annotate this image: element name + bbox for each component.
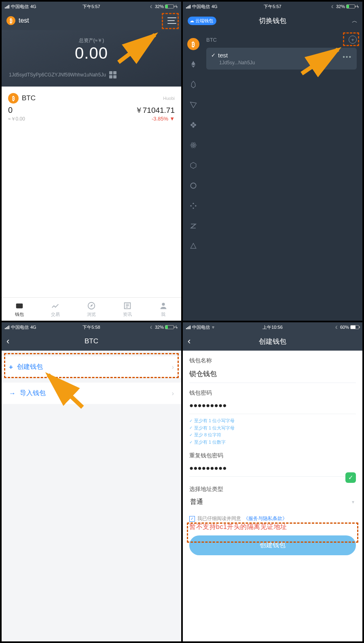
- row-label: 导入钱包: [20, 389, 46, 398]
- tab-label: 交易: [51, 311, 60, 317]
- clock-label: 下午5:58: [83, 324, 100, 330]
- check-icon: ✓: [211, 52, 216, 58]
- balance-hero: 总资产(≈￥) 0.00 1Jd5sydTSyPp6CGZYJNf59Whhw1…: [2, 30, 181, 87]
- password-rules: 至少有 1 位小写字母 至少有 1 位大写字母 至少 8 位字符 至少有 1 位…: [189, 417, 356, 446]
- svg-rect-0: [16, 303, 23, 308]
- carrier-label: 中国电信: [192, 324, 210, 330]
- more-icon[interactable]: •••: [343, 53, 352, 61]
- checkbox-icon[interactable]: ✓: [189, 516, 195, 522]
- rule-item: 至少 8 位字符: [189, 431, 356, 439]
- terms-row[interactable]: ✓ 我已仔细阅读并同意 《服务与隐私条款》: [189, 515, 356, 522]
- terms-link[interactable]: 《服务与隐私条款》: [243, 515, 287, 522]
- tab-wallet[interactable]: 钱包: [2, 298, 38, 321]
- status-bar: 中国电信 ᯤ 上午10:56 ☾ 60%: [183, 322, 362, 332]
- tab-bar: 钱包 交易 浏览 资讯 我: [2, 297, 181, 321]
- clock-label: 上午10:56: [262, 324, 283, 330]
- rail-item-bnb[interactable]: [187, 119, 199, 131]
- battery-icon: [165, 4, 174, 8]
- rule-item: 至少有 1 位大写字母: [189, 425, 356, 432]
- moon-icon: ☾: [331, 4, 335, 9]
- network-label: 4G: [30, 4, 36, 9]
- chevron-right-icon: ›: [172, 364, 174, 371]
- svg-point-9: [190, 183, 196, 188]
- svg-point-10: [193, 203, 194, 204]
- price-source: Huobi: [163, 96, 175, 101]
- create-wallet-row[interactable]: + 创建钱包 ›: [2, 356, 181, 378]
- charging-icon: ϟ: [175, 4, 178, 9]
- moon-icon: ☾: [150, 325, 154, 330]
- tab-browse[interactable]: 浏览: [74, 298, 110, 321]
- token-amount: 0: [8, 106, 25, 115]
- wallet-card[interactable]: ✓test 1Jd5sy...Nah5Ju •••: [206, 48, 357, 70]
- svg-point-3: [162, 302, 165, 305]
- wifi-icon: ᯤ: [212, 325, 216, 330]
- tab-trade[interactable]: 交易: [38, 298, 74, 321]
- input-wallet-name[interactable]: 锁仓钱包: [189, 364, 356, 383]
- rail-item-btc[interactable]: ₿: [187, 38, 199, 50]
- input-password[interactable]: ●●●●●●●●●: [189, 397, 356, 414]
- cloud-icon: ☁: [190, 18, 194, 23]
- rail-item-ont[interactable]: [187, 180, 199, 192]
- select-address-type[interactable]: 普通 ▼: [189, 493, 356, 511]
- rail-item-zil[interactable]: [187, 220, 199, 232]
- battery-percent: 32%: [155, 325, 164, 330]
- status-bar: 中国电信 4G 下午5:57 ☾ 32% ϟ: [2, 2, 181, 11]
- wallet-title: test: [19, 17, 29, 24]
- rail-item-eth[interactable]: [187, 58, 199, 70]
- rail-item-atom[interactable]: [187, 139, 199, 151]
- signal-icon: [5, 325, 9, 329]
- rail-item-more[interactable]: [187, 240, 199, 252]
- chevron-up-icon[interactable]: ︿: [352, 17, 358, 24]
- wallet-address[interactable]: 1Jd5sydTSyPp6CGZYJNf59Whhw1uNah5Ju: [9, 72, 106, 78]
- carrier-label: 中国电信: [11, 4, 29, 10]
- battery-percent: 32%: [336, 4, 345, 9]
- battery-percent: 32%: [155, 4, 164, 9]
- caret-down-icon: ▼: [169, 116, 175, 122]
- person-icon: [159, 301, 168, 310]
- news-icon: [123, 301, 132, 310]
- carrier-label: 中国电信: [192, 4, 210, 10]
- token-change: -3.85%▼: [135, 116, 175, 122]
- rail-item-iost[interactable]: [187, 159, 199, 171]
- battery-percent: 60%: [340, 325, 349, 330]
- qrcode-icon[interactable]: [109, 71, 116, 78]
- rail-item-eos[interactable]: [187, 78, 199, 91]
- tab-label: 钱包: [15, 311, 24, 317]
- back-button[interactable]: ‹: [188, 336, 194, 347]
- create-wallet-button[interactable]: 创建钱包: [189, 535, 356, 555]
- chart-icon: [51, 301, 60, 310]
- menu-icon[interactable]: [167, 17, 176, 24]
- clock-label: 下午5:57: [264, 4, 281, 10]
- wallet-icon: [15, 301, 24, 310]
- row-label: 创建钱包: [17, 363, 43, 371]
- rail-item-dot[interactable]: [187, 200, 199, 212]
- navbar: ☁ 云端钱包 切换钱包 ︿: [183, 11, 362, 30]
- page-title: 创建钱包: [183, 337, 362, 346]
- add-wallet-button[interactable]: +: [349, 36, 357, 44]
- compass-icon: [87, 301, 96, 310]
- plus-icon: +: [9, 363, 13, 371]
- battery-icon: [165, 325, 174, 329]
- input-confirm-password[interactable]: ●●●●●●●●● ✓: [189, 459, 356, 477]
- label-confirm-password: 重复钱包密码: [189, 452, 356, 459]
- select-value: 普通: [190, 498, 203, 506]
- token-row[interactable]: ₿ BTC Huobi 0 ≈￥0.00 ￥71041.71 -3.85%▼: [8, 93, 175, 123]
- coin-rail: ₿: [183, 30, 204, 321]
- tab-me[interactable]: 我: [145, 298, 181, 321]
- navbar: ₿ test: [2, 11, 181, 30]
- cloud-wallet-badge[interactable]: ☁ 云端钱包: [188, 17, 216, 25]
- status-bar: 中国电信 4G 下午5:57 ☾ 32% ϟ: [183, 2, 362, 11]
- wallet-name: test: [218, 52, 228, 59]
- panel-symbol: BTC: [206, 37, 217, 43]
- network-label: 4G: [30, 325, 36, 330]
- back-button[interactable]: ‹: [6, 336, 13, 347]
- rail-item-trx[interactable]: [187, 99, 199, 111]
- charging-icon: ϟ: [175, 325, 178, 330]
- chevron-right-icon: ›: [172, 390, 174, 397]
- tab-news[interactable]: 资讯: [109, 298, 145, 321]
- balance-amount: 0.00: [9, 44, 174, 62]
- arrow-right-icon: →: [9, 389, 16, 398]
- import-wallet-row[interactable]: → 导入钱包 ›: [2, 383, 181, 404]
- svg-point-13: [195, 205, 196, 206]
- label-password: 钱包密码: [189, 389, 356, 397]
